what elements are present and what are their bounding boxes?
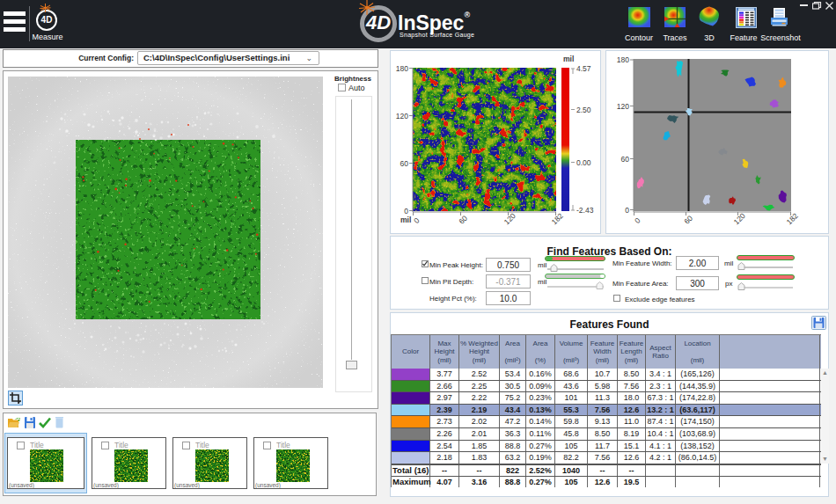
svg-text:120: 120 bbox=[617, 102, 629, 111]
svg-text:120: 120 bbox=[396, 112, 408, 121]
svg-text:120: 120 bbox=[732, 211, 747, 226]
svg-text:182: 182 bbox=[550, 211, 565, 226]
svg-text:60: 60 bbox=[621, 155, 630, 164]
svg-text:180: 180 bbox=[617, 55, 629, 64]
svg-text:180: 180 bbox=[396, 64, 408, 73]
svg-text:mil: mil bbox=[563, 55, 574, 63]
svg-text:120: 120 bbox=[502, 211, 517, 226]
svg-text:60: 60 bbox=[457, 214, 469, 226]
svg-text:mil: mil bbox=[400, 215, 411, 224]
svg-text:0.00: 0.00 bbox=[576, 158, 591, 167]
svg-text:0: 0 bbox=[625, 206, 629, 215]
svg-text:0: 0 bbox=[404, 207, 408, 215]
svg-text:0: 0 bbox=[412, 215, 422, 225]
svg-text:182: 182 bbox=[785, 211, 800, 226]
svg-text:0: 0 bbox=[633, 215, 642, 225]
svg-text:2.50: 2.50 bbox=[576, 106, 591, 114]
svg-text:60: 60 bbox=[400, 159, 409, 168]
svg-text:4.57: 4.57 bbox=[576, 64, 591, 73]
svg-text:60: 60 bbox=[682, 214, 694, 226]
svg-text:-2.43: -2.43 bbox=[576, 206, 594, 215]
